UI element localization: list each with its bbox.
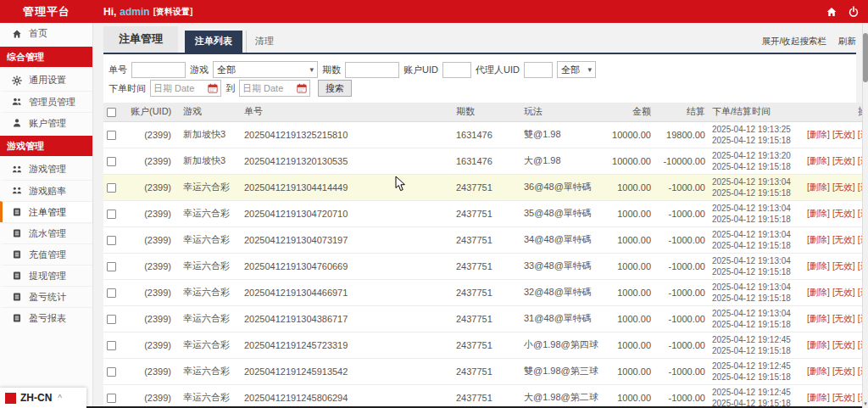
cell-settle: -1000.00 bbox=[654, 358, 709, 384]
action-link[interactable]: [删除] bbox=[807, 392, 830, 402]
action-link[interactable]: [无效] bbox=[832, 287, 855, 297]
date-to-input[interactable]: 日期 Date bbox=[239, 80, 310, 97]
sidebar-item[interactable]: 提现管理 bbox=[0, 265, 92, 286]
profile-settings-link[interactable]: [资料设置] bbox=[153, 6, 193, 18]
row-checkbox[interactable] bbox=[107, 315, 116, 324]
action-link[interactable]: [删除] bbox=[807, 287, 830, 297]
sidebar-item[interactable]: 注单管理 bbox=[0, 201, 92, 222]
cell-play: 36@48@單特碼 bbox=[520, 174, 602, 200]
row-checkbox[interactable] bbox=[107, 262, 116, 271]
power-logout-icon[interactable] bbox=[848, 6, 860, 18]
vertical-scrollbar[interactable]: ▾ bbox=[862, 23, 868, 408]
cell-settle: -1000.00 bbox=[654, 332, 709, 358]
period-input[interactable] bbox=[345, 62, 399, 78]
action-link[interactable]: [删除] bbox=[807, 339, 830, 349]
scroll-down-arrow-icon[interactable]: ▾ bbox=[863, 400, 868, 408]
sidebar-item[interactable]: 盈亏统计 bbox=[0, 286, 92, 307]
row-checkbox[interactable] bbox=[107, 288, 116, 298]
cell-order-no: 20250412191304386717 bbox=[241, 305, 453, 332]
action-link[interactable]: [删除] bbox=[807, 208, 830, 218]
table-header-row: 账户(UID) 游戏 单号 期数 玩法 金额 结算 下单/结算时间 操作 bbox=[103, 103, 868, 121]
action-link[interactable]: [删除] bbox=[807, 129, 830, 139]
row-checkbox-cell bbox=[103, 305, 127, 332]
sidebar-item[interactable]: 游戏管理 bbox=[0, 159, 92, 180]
row-checkbox[interactable] bbox=[107, 210, 116, 219]
sidebar-item-label: 首页 bbox=[29, 27, 47, 40]
table-row: (2399)幸运六合彩20250412191304386717243775131… bbox=[103, 305, 868, 332]
select-all-checkbox[interactable] bbox=[107, 108, 116, 117]
order-no-input[interactable] bbox=[131, 62, 186, 78]
action-link[interactable]: [无效] bbox=[832, 129, 855, 139]
action-link[interactable]: [无效] bbox=[832, 260, 855, 271]
cell-settle: -1000.00 bbox=[654, 384, 709, 408]
cell-period: 2437751 bbox=[453, 226, 520, 253]
sidebar-item[interactable]: 管理员管理 bbox=[0, 91, 92, 112]
row-checkbox[interactable] bbox=[107, 236, 116, 245]
language-selector[interactable]: ZH-CN ^ bbox=[0, 388, 86, 408]
agent-uid-input[interactable] bbox=[524, 62, 553, 78]
page-title-tab[interactable]: 注单管理 bbox=[103, 26, 178, 53]
game-select[interactable]: 全部 ▾ bbox=[213, 61, 318, 78]
row-checkbox[interactable] bbox=[107, 183, 116, 193]
cell-actions: [删除] [无效] [违规] bbox=[804, 358, 868, 384]
tab-order-list[interactable]: 注单列表 bbox=[185, 31, 242, 53]
sidebar-item[interactable]: 盈亏报表 bbox=[0, 307, 92, 328]
action-link[interactable]: [无效] bbox=[832, 392, 855, 402]
tab-cleanup[interactable]: 清理 bbox=[246, 31, 282, 53]
date-from-input[interactable]: 日期 Date bbox=[150, 80, 221, 97]
row-checkbox[interactable] bbox=[107, 394, 116, 403]
table-row: (2399)幸运六合彩20250412191304073197243775134… bbox=[103, 226, 868, 253]
cell-amount: 10000.00 bbox=[602, 121, 654, 148]
action-link[interactable]: [无效] bbox=[832, 339, 855, 349]
cell-account-uid: (2399) bbox=[127, 279, 180, 305]
action-link[interactable]: [无效] bbox=[832, 155, 855, 165]
cell-order-no: 20250412191245723319 bbox=[241, 332, 453, 358]
sidebar-item[interactable]: 游戏赔率 bbox=[0, 180, 92, 201]
action-link[interactable]: [删除] bbox=[807, 313, 830, 323]
action-link[interactable]: [删除] bbox=[807, 366, 830, 376]
period-label: 期数 bbox=[322, 64, 341, 76]
cell-settle: 19800.00 bbox=[654, 121, 709, 148]
calendar-icon bbox=[208, 83, 218, 93]
col-order-no: 单号 bbox=[241, 103, 453, 121]
table-row: (2399)幸运六合彩202504121912457233192437751小@… bbox=[103, 332, 868, 358]
status-select-value: 全部 bbox=[561, 64, 580, 76]
table-row: (2399)幸运六合彩202504121912459135422437751雙@… bbox=[103, 358, 868, 384]
sidebar-item[interactable]: 充值管理 bbox=[0, 243, 92, 265]
username: admin bbox=[120, 6, 149, 18]
status-select[interactable]: 全部 ▾ bbox=[557, 61, 596, 78]
chevron-up-icon: ^ bbox=[58, 394, 62, 403]
action-link[interactable]: [无效] bbox=[832, 366, 855, 376]
row-checkbox-cell bbox=[103, 332, 127, 358]
row-checkbox[interactable] bbox=[107, 131, 116, 140]
action-link[interactable]: [无效] bbox=[832, 208, 855, 218]
row-checkbox[interactable] bbox=[107, 157, 116, 166]
cell-period: 1631476 bbox=[453, 148, 520, 174]
action-link[interactable]: [删除] bbox=[807, 182, 830, 192]
action-link[interactable]: [删除] bbox=[807, 155, 830, 165]
sidebar-item[interactable]: 首页 bbox=[0, 23, 92, 44]
row-checkbox[interactable] bbox=[107, 341, 116, 350]
action-link[interactable]: [无效] bbox=[832, 313, 855, 323]
action-link[interactable]: [无效] bbox=[832, 234, 855, 244]
toggle-search-link[interactable]: 展开/收起搜索栏 bbox=[762, 36, 826, 48]
cell-times: 2025-04-12 19:13:202025-04-12 19:15:18 bbox=[709, 148, 804, 174]
action-link[interactable]: [删除] bbox=[807, 260, 830, 271]
action-link[interactable]: [无效] bbox=[832, 182, 855, 192]
sidebar-item[interactable]: 账户管理 bbox=[0, 112, 92, 133]
action-link[interactable]: [删除] bbox=[807, 234, 830, 244]
home-icon[interactable] bbox=[826, 6, 837, 18]
cell-order-no: 20250412191304720710 bbox=[241, 200, 453, 226]
col-play: 玩法 bbox=[520, 103, 602, 121]
sidebar-item-label: 游戏赔率 bbox=[29, 185, 66, 198]
scrollbar-thumb[interactable] bbox=[863, 33, 868, 82]
sidebar-item[interactable]: 通用设置 bbox=[0, 70, 92, 91]
sidebar-item[interactable]: 流水管理 bbox=[0, 222, 92, 243]
row-checkbox[interactable] bbox=[107, 367, 116, 377]
cell-amount: 10000.00 bbox=[602, 148, 654, 174]
account-uid-input[interactable] bbox=[442, 62, 471, 78]
cell-game: 幸运六合彩 bbox=[180, 253, 241, 279]
search-button[interactable]: 搜索 bbox=[318, 80, 352, 97]
user-greeting: Hi, admin [资料设置] bbox=[103, 6, 192, 18]
refresh-link[interactable]: 刷新 bbox=[838, 36, 856, 48]
